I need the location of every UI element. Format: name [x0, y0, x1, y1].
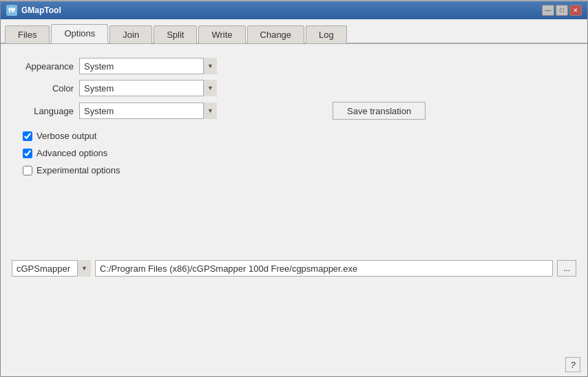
appearance-select[interactable]: System Default Dark Light	[79, 58, 217, 74]
advanced-options-row: Advanced options	[23, 148, 576, 158]
color-label: Color	[12, 83, 74, 94]
content-area: Appearance System Default Dark Light ▼ C…	[1, 44, 587, 353]
window-title: GMapTool	[21, 6, 61, 15]
language-select-wrapper: System English German French ▼	[79, 103, 217, 119]
tab-join[interactable]: Join	[109, 25, 152, 43]
minimize-button[interactable]: —	[542, 5, 554, 16]
verbose-output-label[interactable]: Verbose output	[36, 131, 96, 141]
tab-bar: Files Options Join Split Write Change Lo…	[1, 19, 587, 44]
footer: ?	[1, 353, 587, 376]
help-button[interactable]: ?	[565, 357, 580, 372]
tab-log[interactable]: Log	[306, 25, 347, 43]
tab-options[interactable]: Options	[51, 24, 108, 43]
program-select[interactable]: cGPSmapper mkgmap	[12, 260, 91, 277]
title-bar: 🗺 GMapTool — □ ✕	[1, 1, 587, 19]
color-select-wrapper: System Default Blue Green ▼	[79, 80, 217, 96]
close-button[interactable]: ✕	[569, 5, 582, 16]
app-icon: 🗺	[6, 5, 17, 16]
program-select-wrapper: cGPSmapper mkgmap ▼	[12, 260, 91, 277]
title-bar-left: 🗺 GMapTool	[6, 5, 61, 16]
verbose-output-checkbox[interactable]	[23, 131, 32, 141]
tab-change[interactable]: Change	[247, 25, 305, 43]
maximize-button[interactable]: □	[556, 5, 568, 16]
language-select[interactable]: System English German French	[79, 103, 217, 119]
experimental-options-row: Experimental options	[23, 165, 576, 175]
verbose-output-row: Verbose output	[23, 131, 576, 141]
appearance-label: Appearance	[12, 61, 74, 72]
color-select[interactable]: System Default Blue Green	[79, 80, 217, 96]
form-section: Appearance System Default Dark Light ▼ C…	[12, 58, 576, 120]
checkboxes-section: Verbose output Advanced options Experime…	[23, 131, 576, 175]
title-controls: — □ ✕	[542, 5, 582, 16]
main-window: 🗺 GMapTool — □ ✕ Files Options Join Spli…	[0, 0, 588, 377]
tab-write[interactable]: Write	[198, 25, 245, 43]
path-section: cGPSmapper mkgmap ▼ ...	[12, 260, 576, 277]
advanced-options-label[interactable]: Advanced options	[36, 148, 107, 158]
tab-files[interactable]: Files	[5, 25, 50, 43]
appearance-row: Appearance System Default Dark Light ▼	[12, 58, 576, 74]
language-label: Language	[12, 106, 74, 116]
advanced-options-checkbox[interactable]	[23, 149, 32, 158]
browse-button[interactable]: ...	[557, 260, 576, 277]
color-row: Color System Default Blue Green ▼	[12, 80, 576, 96]
path-input[interactable]	[95, 260, 553, 277]
appearance-select-wrapper: System Default Dark Light ▼	[79, 58, 217, 74]
tab-split[interactable]: Split	[154, 25, 197, 43]
language-row: Language System English German French ▼ …	[12, 102, 576, 120]
experimental-options-checkbox[interactable]	[23, 166, 32, 175]
save-translation-button[interactable]: Save translation	[333, 102, 426, 120]
experimental-options-label[interactable]: Experimental options	[36, 165, 120, 175]
